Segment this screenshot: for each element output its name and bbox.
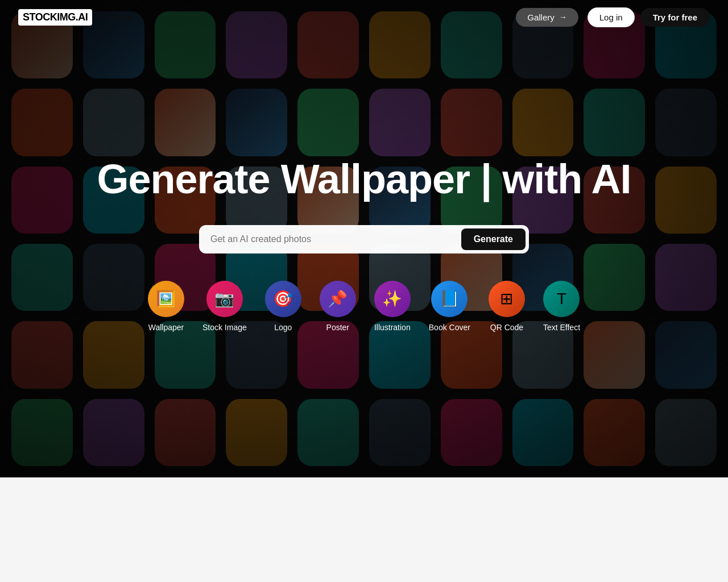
category-icon-logo: 🎯 <box>265 281 301 317</box>
category-icon-illustration: ✨ <box>374 281 411 317</box>
navbar: STOCKIMG.AI Pricing Gallery → Log in Try… <box>0 0 728 34</box>
category-label-wallpaper: Wallpaper <box>148 323 184 332</box>
search-input[interactable] <box>210 234 454 244</box>
hero-title-part1: Generate Wallpaper <box>97 156 470 202</box>
category-item-qr-code[interactable]: ⊞QR Code <box>489 281 525 332</box>
hero-section: Generate Wallpaper | with AI Generate 🖼️… <box>0 0 728 477</box>
try-free-button[interactable]: Try for free <box>640 8 710 27</box>
login-button[interactable]: Log in <box>588 7 635 27</box>
generate-button[interactable]: Generate <box>461 228 526 250</box>
category-icon-stock-image: 📷 <box>206 281 243 317</box>
category-item-book-cover[interactable]: 📘Book Cover <box>429 281 470 332</box>
category-item-wallpaper[interactable]: 🖼️Wallpaper <box>148 281 184 332</box>
category-label-poster: Poster <box>326 323 349 332</box>
gallery-label: Gallery <box>527 13 555 22</box>
categories-row: 🖼️Wallpaper📷Stock Image🎯Logo📌Poster✨Illu… <box>148 281 580 332</box>
hero-title: Generate Wallpaper | with AI <box>97 157 631 202</box>
category-icon-wallpaper: 🖼️ <box>148 281 184 317</box>
category-item-stock-image[interactable]: 📷Stock Image <box>202 281 247 332</box>
category-label-stock-image: Stock Image <box>202 323 247 332</box>
category-item-logo[interactable]: 🎯Logo <box>265 281 301 332</box>
below-hero <box>0 477 728 582</box>
brand-logo: STOCKIMG.AI <box>18 9 92 26</box>
category-label-logo: Logo <box>274 323 292 332</box>
category-icon-book-cover: 📘 <box>431 281 468 317</box>
category-icon-qr-code: ⊞ <box>489 281 525 317</box>
category-icon-poster: 📌 <box>320 281 356 317</box>
gallery-button[interactable]: Gallery → <box>516 8 578 27</box>
category-label-illustration: Illustration <box>374 323 411 332</box>
category-label-text-effect: Text Effect <box>543 323 580 332</box>
hero-title-part2: with AI <box>502 156 631 202</box>
category-item-text-effect[interactable]: TText Effect <box>543 281 580 332</box>
category-item-illustration[interactable]: ✨Illustration <box>374 281 411 332</box>
search-bar: Generate <box>199 225 529 253</box>
hero-title-separator: | <box>481 156 502 202</box>
category-item-poster[interactable]: 📌Poster <box>320 281 356 332</box>
category-label-book-cover: Book Cover <box>429 323 470 332</box>
category-icon-text-effect: T <box>543 281 580 317</box>
hero-content: Generate Wallpaper | with AI Generate 🖼️… <box>0 0 728 477</box>
pricing-link[interactable]: Pricing <box>106 13 132 22</box>
category-label-qr-code: QR Code <box>490 323 523 332</box>
arrow-icon: → <box>559 13 567 22</box>
